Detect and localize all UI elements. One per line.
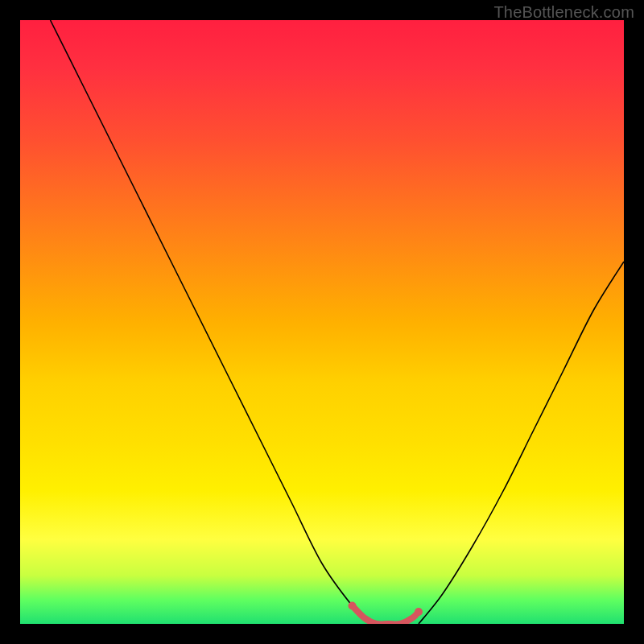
source-watermark: TheBottleneck.com <box>493 3 634 22</box>
optimal-range-highlight <box>353 606 419 625</box>
optimal-range-end-dot <box>415 608 423 616</box>
optimal-range-start-dot <box>349 602 357 610</box>
plot-area <box>20 20 624 624</box>
bottleneck-curve <box>20 20 624 624</box>
curve-left-branch <box>51 20 371 624</box>
curve-right-branch <box>419 262 624 624</box>
chart-frame: TheBottleneck.com <box>0 0 644 644</box>
